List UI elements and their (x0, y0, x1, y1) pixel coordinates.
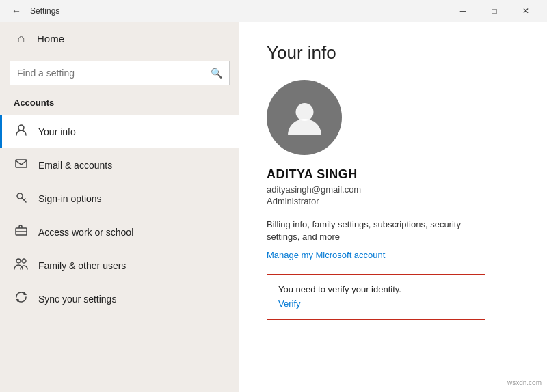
page-title: Your info (267, 42, 520, 64)
sidebar-item-email-accounts[interactable]: Email & accounts (0, 148, 239, 182)
home-nav-item[interactable]: ⌂ Home (0, 22, 239, 55)
family-icon (14, 257, 29, 274)
svg-point-7 (295, 103, 313, 121)
svg-rect-1 (16, 160, 27, 167)
sync-icon (14, 290, 29, 307)
sidebar-item-label: Your info (38, 126, 76, 137)
user-name: ADITYA SINGH (267, 167, 520, 182)
sidebar-item-label: Family & other users (38, 260, 126, 271)
window-title: Settings (30, 6, 447, 16)
content-area: Your info ADITYA SINGH adityasingh@gmail… (239, 22, 547, 392)
back-button[interactable]: ← (5, 0, 27, 22)
main-layout: ⌂ Home 🔍 Accounts Your info (0, 22, 547, 392)
sidebar-item-label: Email & accounts (38, 160, 112, 171)
svg-point-5 (16, 259, 21, 263)
watermark: wsxdn.com (507, 379, 542, 387)
search-box[interactable]: 🔍 (10, 61, 230, 85)
maximize-button[interactable]: □ (479, 0, 510, 22)
sidebar: ⌂ Home 🔍 Accounts Your info (0, 22, 239, 392)
verify-link[interactable]: Verify (278, 298, 301, 309)
section-title: Accounts (0, 95, 239, 115)
person-icon (14, 123, 29, 140)
sidebar-item-label: Access work or school (38, 227, 133, 238)
home-icon: ⌂ (14, 31, 29, 46)
search-input[interactable] (17, 68, 211, 79)
verify-text: You need to verify your identity. (278, 284, 474, 294)
briefcase-icon (14, 223, 29, 240)
email-icon (14, 156, 29, 173)
titlebar: ← Settings ─ □ ✕ (0, 0, 547, 22)
home-label: Home (37, 33, 64, 44)
user-email: adityasingh@gmail.com (267, 184, 520, 195)
verify-identity-box: You need to verify your identity. Verify (267, 274, 485, 320)
manage-account-link[interactable]: Manage my Microsoft account (267, 250, 385, 260)
sidebar-item-label: Sync your settings (38, 294, 116, 305)
sidebar-item-sync[interactable]: Sync your settings (0, 282, 239, 316)
search-icon: 🔍 (211, 68, 222, 79)
minimize-button[interactable]: ─ (447, 0, 479, 22)
window-controls: ─ □ ✕ (447, 0, 542, 22)
sidebar-item-sign-in[interactable]: Sign-in options (0, 182, 239, 215)
sidebar-item-family[interactable]: Family & other users (0, 249, 239, 282)
close-button[interactable]: ✕ (510, 0, 542, 22)
svg-point-6 (22, 259, 26, 263)
sidebar-item-label: Sign-in options (38, 193, 102, 204)
sidebar-item-your-info[interactable]: Your info (0, 115, 239, 148)
svg-point-0 (18, 125, 24, 130)
user-role: Administrator (267, 196, 520, 206)
billing-info-text: Billing info, family settings, subscript… (267, 219, 485, 243)
sidebar-item-work-school[interactable]: Access work or school (0, 215, 239, 249)
avatar (267, 80, 342, 155)
key-icon (14, 190, 29, 207)
